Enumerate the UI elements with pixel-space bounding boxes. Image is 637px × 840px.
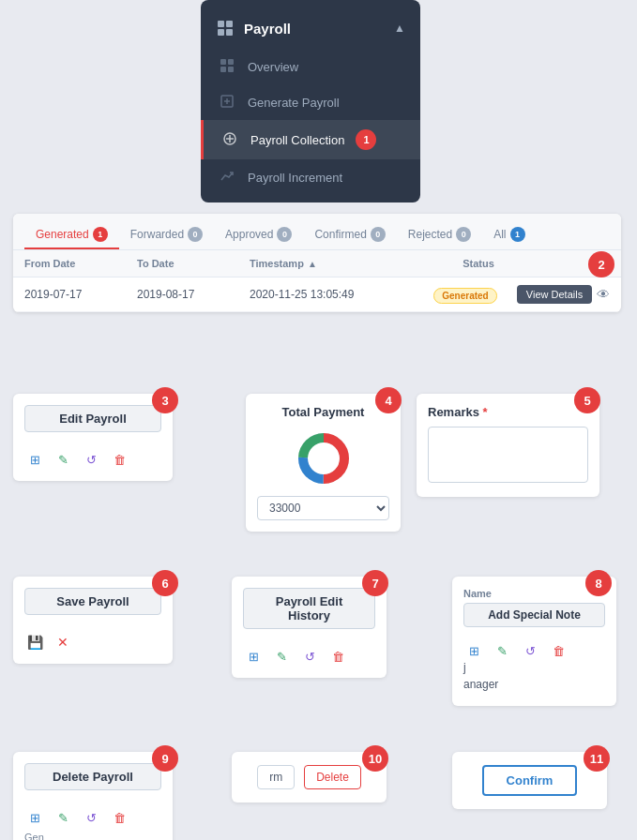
tab-approved[interactable]: Approved 0 <box>214 221 303 249</box>
edit-history-actions: ⊞ ✎ ↺ 🗑 <box>243 646 375 667</box>
grid-icon-hist[interactable]: ⊞ <box>243 646 264 667</box>
history-icon-del[interactable]: ↺ <box>81 807 101 828</box>
edit-payroll-button[interactable]: Edit Payroll <box>24 405 161 432</box>
increment-label: Payroll Increment <box>248 171 342 185</box>
confirm-delete-button[interactable]: Delete <box>304 765 361 789</box>
sidebar-header: Payroll ▲ <box>201 8 420 49</box>
save-payroll-button[interactable]: Save Payroll <box>24 588 161 615</box>
delete-payroll-actions: ⊞ ✎ ↺ 🗑 <box>24 807 161 828</box>
rejected-badge: 0 <box>456 227 471 242</box>
edit-action-icon[interactable]: ✎ <box>53 449 73 470</box>
svg-rect-1 <box>226 21 233 27</box>
badge-3: 3 <box>152 387 178 413</box>
cards-area: Edit Payroll ⊞ ✎ ↺ 🗑 3 Total Payment 330… <box>13 305 621 840</box>
chevron-up-icon[interactable]: ▲ <box>394 22 405 35</box>
payroll-menu-icon <box>216 19 235 38</box>
overview-icon <box>220 58 236 75</box>
cancel-delete-button[interactable]: rm <box>257 765 295 789</box>
edit-icon-hist[interactable]: ✎ <box>271 646 292 667</box>
amount-select[interactable]: 33000 <box>257 496 389 520</box>
cell-action: View Details <box>512 285 597 304</box>
cell-status: Generated <box>418 288 512 302</box>
sidebar-item-generate-payroll[interactable]: Generate Payroll <box>201 84 420 120</box>
remarks-required-mark: * <box>483 405 488 419</box>
cell-timestamp: 2020-11-25 13:05:49 <box>250 288 418 301</box>
total-payment-card: Total Payment 33000 <box>246 394 401 532</box>
delete-payroll-button[interactable]: Delete Payroll <box>24 763 161 790</box>
tab-confirmed[interactable]: Confirmed 0 <box>303 221 396 249</box>
special-note-actions: ⊞ ✎ ↺ 🗑 <box>463 640 605 661</box>
svg-rect-4 <box>220 59 226 65</box>
svg-rect-3 <box>226 29 233 36</box>
payroll-table: Generated 1 Forwarded 0 Approved 0 Confi… <box>13 214 621 312</box>
delete-action-icon[interactable]: 🗑 <box>109 449 129 470</box>
tab-generated[interactable]: Generated 1 <box>24 221 119 249</box>
add-special-note-button[interactable]: Add Special Note <box>463 603 605 627</box>
special-note-card: Name Add Special Note ⊞ ✎ ↺ 🗑 j anager <box>452 577 616 706</box>
confirm-button[interactable]: Confirm <box>482 765 578 796</box>
badge-4: 4 <box>375 387 402 413</box>
sidebar: Payroll ▲ Overview Generate Payroll <box>201 0 420 202</box>
col-to-date: To Date <box>137 258 250 269</box>
col-from-date: From Date <box>24 258 137 269</box>
sidebar-item-overview[interactable]: Overview <box>201 49 420 84</box>
status-badge: Generated <box>433 288 496 304</box>
grid-action-icon[interactable]: ⊞ <box>24 449 45 470</box>
grid-icon-del[interactable]: ⊞ <box>24 807 45 828</box>
note-name-value: j <box>463 661 605 674</box>
sidebar-title: Payroll <box>244 21 291 37</box>
table-header: From Date To Date Timestamp ▲ Status <box>13 250 621 278</box>
generate-payroll-label: Generate Payroll <box>248 96 340 110</box>
remarks-textarea[interactable] <box>428 427 588 483</box>
delete-payroll-card: Delete Payroll ⊞ ✎ ↺ 🗑 Gen Man <box>13 752 173 840</box>
badge-5: 5 <box>574 387 600 413</box>
eye-icon[interactable]: 👁 <box>597 287 610 302</box>
delete-icon-note[interactable]: 🗑 <box>548 640 569 661</box>
save-payroll-card: Save Payroll 💾 ✕ <box>13 577 173 664</box>
cancel-icon[interactable]: ✕ <box>53 632 73 652</box>
col-status: Status <box>432 258 525 269</box>
edit-payroll-actions: ⊞ ✎ ↺ 🗑 <box>24 449 161 470</box>
generated-badge: 1 <box>93 227 108 242</box>
history-icon-hist[interactable]: ↺ <box>299 646 320 667</box>
svg-rect-7 <box>228 67 234 72</box>
collection-label: Payroll Collection <box>250 133 344 147</box>
total-payment-label: Total Payment <box>257 405 389 419</box>
badge-9: 9 <box>152 745 178 772</box>
sidebar-item-payroll-collection[interactable]: Payroll Collection 1 <box>201 120 420 159</box>
confirmed-badge: 0 <box>371 227 386 242</box>
delete-icon-hist[interactable]: 🗑 <box>327 646 348 667</box>
cell-to-date: 2019-08-17 <box>137 288 250 301</box>
note-role-value: anager <box>463 678 605 691</box>
tab-all[interactable]: All 1 <box>482 221 536 249</box>
badge-8: 8 <box>585 570 612 596</box>
collection-badge: 1 <box>356 129 376 150</box>
tabs-row: Generated 1 Forwarded 0 Approved 0 Confi… <box>13 214 621 250</box>
edit-icon-del[interactable]: ✎ <box>53 807 73 828</box>
name-label: Name <box>463 588 605 599</box>
generate-payroll-icon <box>220 94 236 111</box>
grid-icon-note[interactable]: ⊞ <box>463 640 484 661</box>
remarks-card: Remarks * <box>417 394 599 497</box>
approved-badge: 0 <box>277 227 292 242</box>
badge-11: 11 <box>584 745 610 772</box>
edit-icon-note[interactable]: ✎ <box>492 640 512 661</box>
svg-rect-0 <box>218 21 224 27</box>
forwarded-badge: 0 <box>188 227 203 242</box>
delete-icon-del[interactable]: 🗑 <box>109 807 129 828</box>
view-details-button[interactable]: View Details <box>517 285 592 304</box>
history-action-icon[interactable]: ↺ <box>81 449 101 470</box>
tab-rejected[interactable]: Rejected 0 <box>397 221 482 249</box>
increment-icon <box>220 169 236 186</box>
svg-rect-5 <box>228 59 234 65</box>
svg-rect-6 <box>220 67 226 72</box>
history-icon-note[interactable]: ↺ <box>520 640 540 661</box>
edit-history-button[interactable]: Payroll Edit History <box>243 588 375 629</box>
save-icon[interactable]: 💾 <box>24 632 45 652</box>
tab-forwarded[interactable]: Forwarded 0 <box>119 221 214 249</box>
edit-history-card: Payroll Edit History ⊞ ✎ ↺ 🗑 <box>232 577 387 678</box>
delete-desc1: Gen <box>24 832 161 840</box>
donut-chart <box>257 430 389 487</box>
sidebar-item-payroll-increment[interactable]: Payroll Increment <box>201 159 420 195</box>
sort-arrow-icon[interactable]: ▲ <box>308 259 317 269</box>
